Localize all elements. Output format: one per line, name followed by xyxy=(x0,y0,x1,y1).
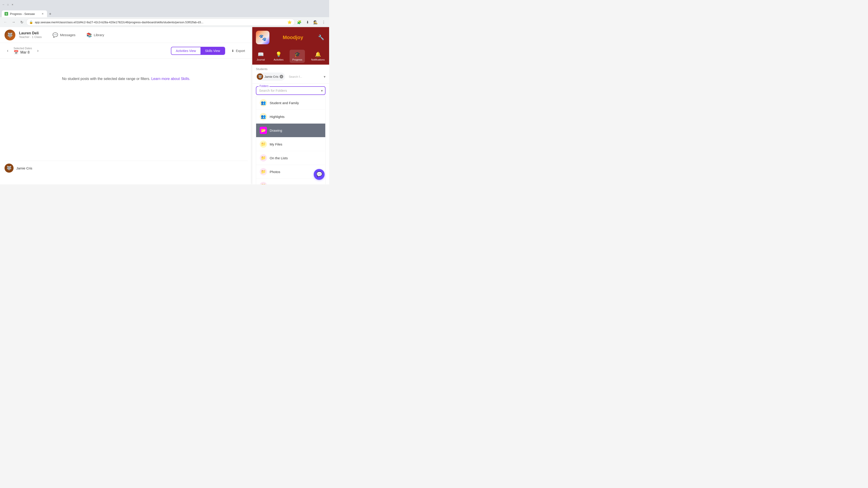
moodjoy-header: 🐾 Moodjoy 🔧 xyxy=(252,27,329,48)
activities-icon: 💡 xyxy=(276,52,282,57)
students-label: Students xyxy=(256,67,326,71)
learn-more-link[interactable]: Learn more about Skills. xyxy=(151,77,190,80)
url-text: app.seesaw.me/#/class/class.e01bf4c2-9a2… xyxy=(35,21,285,24)
content-body: No student posts with the selected date … xyxy=(0,59,252,184)
active-tab[interactable]: S Progress - Seesaw ✕ xyxy=(2,10,47,17)
user-role: Teacher · 1 Class xyxy=(19,35,41,39)
tab-favicon: S xyxy=(4,12,8,15)
tab-close-button[interactable]: ✕ xyxy=(41,12,44,15)
refresh-button[interactable]: ↻ xyxy=(18,19,25,26)
folder-icon-recordings: 📁 xyxy=(260,182,267,184)
date-next-button[interactable]: › xyxy=(35,48,41,54)
title-bar: ─ □ ✕ xyxy=(0,0,329,9)
messages-nav-item[interactable]: 💬 Messages xyxy=(50,31,78,39)
skills-view-button[interactable]: Skills View xyxy=(200,47,225,55)
window-controls: ─ □ ✕ xyxy=(2,3,14,6)
address-bar[interactable]: 🔒 app.seesaw.me/#/class/class.e01bf4c2-9… xyxy=(26,19,295,26)
student-chip-name: Jamie Cris xyxy=(265,75,278,78)
students-dropdown-arrow[interactable]: ▾ xyxy=(324,74,326,79)
notifications-label: Notifications xyxy=(311,58,325,61)
messages-icon: 💬 xyxy=(53,32,58,38)
progress-label: Progress xyxy=(292,58,302,61)
folder-name-student-family: Student and Family xyxy=(270,101,299,105)
browser-nav-icons: 🧩 ⬇ 🕵 ⋮ xyxy=(296,19,327,26)
moodjoy-nav-notifications[interactable]: 🔔 Notifications xyxy=(309,50,328,63)
journal-icon: 📖 xyxy=(258,52,264,57)
moodjoy-nav-progress[interactable]: 🎓 Progress xyxy=(289,50,305,63)
moodjoy-logo: 🐾 xyxy=(256,31,270,44)
date-prev-button[interactable]: ‹ xyxy=(4,48,11,54)
no-posts-message: No student posts with the selected date … xyxy=(62,77,190,81)
folder-name-recordings: Recordings xyxy=(270,184,287,185)
export-button[interactable]: ⬇ Export xyxy=(229,47,248,55)
moodjoy-nav-journal[interactable]: 📖 Journal xyxy=(254,50,268,63)
back-button[interactable]: ← xyxy=(2,19,9,26)
download-button[interactable]: ⬇ xyxy=(304,19,311,26)
folder-item-recordings[interactable]: 📁 Recordings xyxy=(256,179,325,184)
minimize-button[interactable]: ─ xyxy=(2,3,5,6)
students-search[interactable]: Search f... xyxy=(287,74,322,79)
notifications-icon: 🔔 xyxy=(315,52,321,57)
moodjoy-content: Students 🐺 Jamie Cris ✕ Search f... ▾ Fo… xyxy=(252,65,329,184)
messages-label: Messages xyxy=(60,33,75,37)
new-tab-button[interactable]: + xyxy=(47,11,53,17)
folder-item-on-the-lists[interactable]: 📁 On the Lists xyxy=(256,151,325,165)
main-content: ‹ Selected Dates 📅 Mar 8 › Activities Vi… xyxy=(0,43,252,184)
folders-search-input[interactable] xyxy=(259,89,322,92)
folder-name-drawing: Drawing xyxy=(270,129,282,132)
incognito-button[interactable]: 🕵 xyxy=(312,19,319,26)
student-chip-avatar: 🐺 xyxy=(257,73,263,80)
student-row: 🐺 Jamie Cris xyxy=(4,161,248,175)
folder-name-on-the-lists: On the Lists xyxy=(270,156,288,160)
folders-container: Folders ▾ xyxy=(256,86,326,95)
folders-dropdown-arrow-icon[interactable]: ▾ xyxy=(321,89,323,93)
students-row: 🐺 Jamie Cris ✕ Search f... ▾ xyxy=(256,72,326,80)
student-chip: 🐺 Jamie Cris ✕ xyxy=(256,72,285,80)
calendar-icon: 📅 xyxy=(13,50,19,55)
moodjoy-title: Moodjoy xyxy=(270,35,316,40)
selected-date: 📅 Mar 8 xyxy=(13,50,32,55)
folder-item-my-files[interactable]: 📁 My Files xyxy=(256,137,325,151)
view-toggle: Activities View Skills View xyxy=(171,47,225,55)
extensions-button[interactable]: 🧩 xyxy=(296,19,303,26)
folder-icon-student-family: 👥 xyxy=(260,99,267,106)
export-label: Export xyxy=(236,49,245,53)
library-icon: 📚 xyxy=(86,32,92,38)
folder-name-photos: Photos xyxy=(270,170,280,174)
folder-item-highlights[interactable]: 👥 Highlights xyxy=(256,110,325,124)
browser-chrome: ─ □ ✕ S Progress - Seesaw ✕ + ← → ↻ 🔒 ap… xyxy=(0,0,329,27)
content-header: ‹ Selected Dates 📅 Mar 8 › Activities Vi… xyxy=(0,43,252,59)
library-nav-item[interactable]: 📚 Library xyxy=(84,31,107,39)
journal-label: Journal xyxy=(257,58,265,61)
tab-bar: S Progress - Seesaw ✕ + xyxy=(0,9,329,17)
folder-name-highlights: Highlights xyxy=(270,115,285,119)
moodjoy-nav-activities[interactable]: 💡 Activities xyxy=(271,50,286,63)
menu-button[interactable]: ⋮ xyxy=(320,19,327,26)
activities-view-button[interactable]: Activities View xyxy=(171,47,200,55)
user-info: Lauren Deli Teacher · 1 Class xyxy=(19,31,41,39)
forward-button[interactable]: → xyxy=(10,19,17,26)
student-avatar: 🐺 xyxy=(4,164,13,173)
moodjoy-panel: 🐾 Moodjoy 🔧 📖 Journal 💡 Activities 🎓 Pro… xyxy=(252,27,329,184)
students-section: Students 🐺 Jamie Cris ✕ Search f... ▾ xyxy=(252,65,329,84)
close-button[interactable]: ✕ xyxy=(11,3,14,6)
export-icon: ⬇ xyxy=(231,49,234,53)
folder-item-student-family[interactable]: 👥 Student and Family xyxy=(256,96,325,110)
folder-icon-highlights: 👥 xyxy=(260,113,267,120)
chat-button[interactable]: 💬 xyxy=(314,169,324,180)
folder-icon-on-the-lists: 📁 xyxy=(260,154,267,162)
folder-item-drawing[interactable]: 📂 Drawing xyxy=(256,124,325,137)
maximize-button[interactable]: □ xyxy=(6,3,9,6)
activities-label: Activities xyxy=(274,58,283,61)
folder-icon-photos: 📁 xyxy=(260,168,267,175)
library-label: Library xyxy=(94,33,104,37)
user-name: Lauren Deli xyxy=(19,31,41,35)
student-row-name: Jamie Cris xyxy=(16,166,32,170)
wrench-button[interactable]: 🔧 xyxy=(316,33,326,42)
student-remove-button[interactable]: ✕ xyxy=(280,75,283,78)
tab-title: Progress - Seesaw xyxy=(10,12,35,15)
progress-icon: 🎓 xyxy=(294,52,301,57)
date-nav: ‹ Selected Dates 📅 Mar 8 › xyxy=(4,47,41,55)
folder-icon-drawing: 📂 xyxy=(260,127,267,134)
avatar: 🐺 xyxy=(4,30,16,40)
